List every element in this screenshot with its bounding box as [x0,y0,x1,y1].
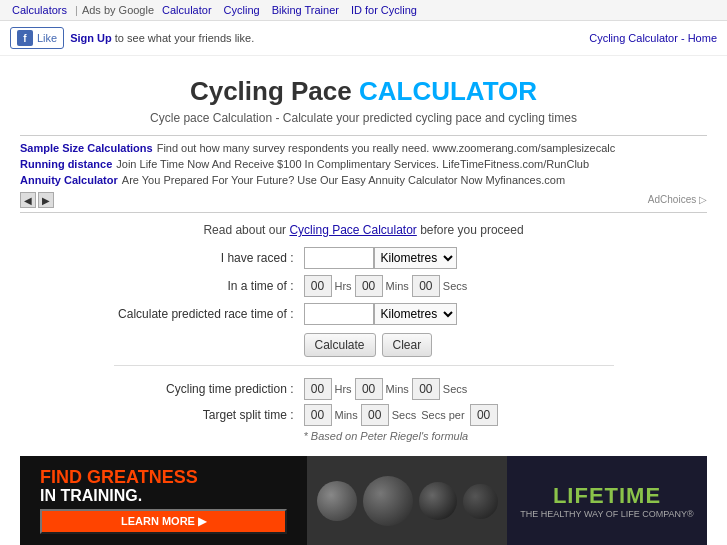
ball-4 [463,484,498,519]
title-part1: Cycling Pace [190,76,359,106]
ad1-text: Find out how many survey respondents you… [157,142,616,154]
nav-biking-trainer[interactable]: Biking Trainer [272,4,339,16]
ball-3 [419,482,457,520]
sign-up-link[interactable]: Sign Up [70,32,112,44]
calc-form: I have raced : Kilometres Miles In a tim… [114,247,614,442]
hrs-label: Hrs [335,280,352,292]
race-unit-select[interactable]: Kilometres Miles [374,247,457,269]
like-text: Sign Up to see what your friends like. [70,32,254,44]
ad3-text: Are You Prepared For Your Future? Use Ou… [122,174,565,186]
ad-row-1: Sample Size Calculations Find out how ma… [20,140,707,156]
time-row: In a time of : Hrs Mins Secs [114,275,614,297]
predict-unit-select[interactable]: Kilometres Miles [374,303,457,325]
nav-id-for-cycling[interactable]: ID for Cycling [351,4,417,16]
ad-choices: AdChoices ▷ [648,194,707,205]
result-secs-label: Secs [443,383,467,395]
split-secs-input[interactable] [361,404,389,426]
race-distance-input[interactable] [304,247,374,269]
time-inputs: Hrs Mins Secs [304,275,468,297]
split-row: Target split time : Mins Secs Secs per [114,404,614,426]
banner-in-training: IN TRAINING. [40,487,287,505]
secs-input[interactable] [412,275,440,297]
ad-row-3: Annuity Calculator Are You Prepared For … [20,172,707,188]
ad-row-2: Running distance Join Life Time Now And … [20,156,707,172]
cycling-time-inputs: Hrs Mins Secs [304,378,468,400]
lifetime-logo: LIFETIME [553,483,661,509]
nav-calculators[interactable]: Calculators [12,4,67,16]
ball-1 [317,481,357,521]
main-content: Cycling Pace CALCULATOR Cycle pace Calcu… [0,56,727,545]
results-section: Cycling time prediction : Hrs Mins Secs … [114,365,614,442]
ad-nav: ◀ ▶ [20,192,54,208]
split-inputs: Mins Secs Secs per [304,404,498,426]
like-button[interactable]: f Like [10,27,64,49]
bottom-banner: FIND GREATNESS IN TRAINING. LEARN MORE ▶… [20,456,707,545]
like-bar: f Like Sign Up to see what your friends … [0,21,727,56]
cycling-pace-calc-link[interactable]: Cycling Pace Calculator [289,223,416,237]
ads-section: Sample Size Calculations Find out how ma… [20,135,707,213]
page-title: Cycling Pace CALCULATOR [20,76,707,107]
ball-2 [363,476,413,526]
predict-distance-input[interactable] [304,303,374,325]
facebook-icon: f [17,30,33,46]
secs-label: Secs [443,280,467,292]
result-mins-input[interactable] [355,378,383,400]
cycling-time-label: Cycling time prediction : [114,382,304,396]
split-per-label: Secs per [421,409,464,421]
ad-prev-button[interactable]: ◀ [20,192,36,208]
cycling-time-row: Cycling time prediction : Hrs Mins Secs [114,378,614,400]
ad2-link[interactable]: Running distance [20,158,112,170]
banner-left: FIND GREATNESS IN TRAINING. LEARN MORE ▶ [20,456,307,545]
lifetime-tagline: THE HEALTHY WAY OF LIFE COMPANY® [520,509,694,519]
split-secs-label: Secs [392,409,416,421]
ad2-text: Join Life Time Now And Receive $100 In C… [116,158,589,170]
nav-cycling[interactable]: Cycling [224,4,260,16]
like-label: Like [37,32,57,44]
result-mins-label: Mins [386,383,409,395]
predict-label: Calculate predicted race time of : [114,307,304,321]
banner-right: LIFETIME THE HEALTHY WAY OF LIFE COMPANY… [507,456,707,545]
like-section: f Like Sign Up to see what your friends … [10,27,254,49]
banner-find: FIND GREATNESS [40,468,287,488]
nav-calculator[interactable]: Calculator [162,4,212,16]
race-row: I have raced : Kilometres Miles [114,247,614,269]
top-nav: Calculators | Ads by Google Calculator C… [0,0,727,21]
split-per-input[interactable] [470,404,498,426]
predict-row: Calculate predicted race time of : Kilom… [114,303,614,325]
banner-center [307,456,507,545]
result-hrs-label: Hrs [335,383,352,395]
read-about: Read about our Cycling Pace Calculator b… [20,223,707,237]
page-subtitle: Cycle pace Calculation - Calculate your … [20,111,707,125]
clear-button[interactable]: Clear [382,333,433,357]
result-hrs-input[interactable] [304,378,332,400]
banner-learn-more[interactable]: LEARN MORE ▶ [40,509,287,534]
title-part2: CALCULATOR [359,76,537,106]
mins-input[interactable] [355,275,383,297]
mins-label: Mins [386,280,409,292]
ad3-link[interactable]: Annuity Calculator [20,174,118,186]
hrs-input[interactable] [304,275,332,297]
calculate-button[interactable]: Calculate [304,333,376,357]
home-link[interactable]: Cycling Calculator - Home [589,32,717,44]
ads-by-google-label: Ads by Google [82,4,154,16]
split-label: Target split time : [114,408,304,422]
split-mins-input[interactable] [304,404,332,426]
time-label: In a time of : [114,279,304,293]
ad-next-button[interactable]: ▶ [38,192,54,208]
race-label: I have raced : [114,251,304,265]
note: * Based on Peter Riegel's formula [114,430,614,442]
ad1-link[interactable]: Sample Size Calculations [20,142,153,154]
btn-row: Calculate Clear [114,333,614,357]
result-secs-input[interactable] [412,378,440,400]
split-mins-label: Mins [335,409,358,421]
